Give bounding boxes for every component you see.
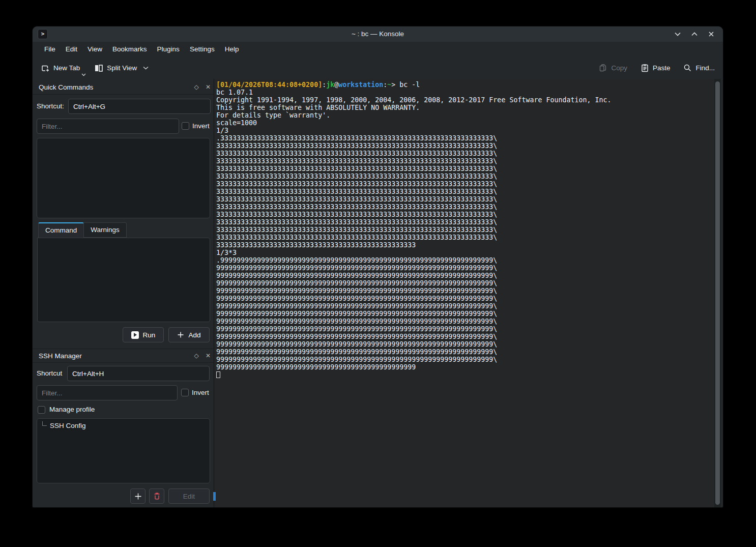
terminal-output: [01/04/2026T08:44:08+0200]:jk@workstatio… [216, 81, 612, 379]
run-label: Run [143, 331, 156, 339]
ssh-invert-label: Invert [192, 385, 209, 400]
close-panel-icon[interactable]: ✕ [204, 80, 212, 94]
terminal-line: 3333333333333333333333333333333333333333… [216, 188, 612, 195]
menu-file[interactable]: File [39, 42, 61, 57]
tree-item-ssh-config[interactable]: SSH Config [42, 422, 86, 429]
terminal-line: 9999999999999999999999999999999999999999… [216, 279, 612, 287]
qc-tabbar: Command Warnings [38, 222, 127, 238]
ssh-filter-input[interactable] [37, 385, 178, 400]
terminal-line: 9999999999999999999999999999999999999999… [216, 363, 612, 371]
quick-commands-header: Quick Commands ◇ ✕ [33, 80, 214, 95]
terminal-line: 3333333333333333333333333333333333333333… [216, 195, 612, 203]
qc-command-list[interactable] [37, 138, 210, 218]
tab-warnings[interactable]: Warnings [84, 222, 127, 238]
terminal-line: 9999999999999999999999999999999999999999… [216, 287, 612, 295]
menu-view[interactable]: View [82, 42, 107, 57]
window-title: ~ : bc — Konsole [33, 26, 723, 42]
terminal-line: 9999999999999999999999999999999999999999… [216, 272, 612, 279]
terminal-line: [01/04/2026T08:44:08+0200]:jk@workstatio… [216, 81, 612, 89]
manage-profile-checkbox[interactable] [38, 406, 45, 414]
close-panel-icon[interactable]: ✕ [204, 349, 212, 363]
terminal-line: 9999999999999999999999999999999999999999… [216, 340, 612, 348]
paste-label: Paste [653, 64, 671, 72]
window-controls [672, 28, 717, 40]
terminal-line: 3333333333333333333333333333333333333333… [216, 218, 612, 226]
terminal-line: 9999999999999999999999999999999999999999… [216, 264, 612, 272]
tree-branch-icon [42, 421, 47, 426]
terminal-line: 3333333333333333333333333333333333333333… [216, 150, 612, 157]
float-panel-icon[interactable]: ◇ [192, 349, 200, 363]
run-button[interactable]: Run [123, 327, 164, 342]
float-panel-icon[interactable]: ◇ [192, 80, 200, 94]
new-tab-dropdown-icon[interactable] [81, 73, 86, 76]
copy-button[interactable]: Copy [599, 64, 627, 72]
qc-command-editor[interactable] [37, 238, 210, 322]
terminal-line: 3333333333333333333333333333333333333333… [216, 165, 612, 172]
copy-icon [599, 64, 607, 72]
terminal-line: This is free software with ABSOLUTELY NO… [216, 104, 612, 111]
ssh-delete-button[interactable] [149, 488, 164, 504]
terminal-line: 9999999999999999999999999999999999999999… [216, 356, 612, 363]
menu-plugins[interactable]: Plugins [152, 42, 185, 57]
terminal-line: For details type `warranty'. [216, 111, 612, 119]
split-view-label: Split View [107, 64, 137, 72]
paste-button[interactable]: Paste [641, 64, 671, 72]
plus-icon [134, 493, 142, 500]
menu-help[interactable]: Help [220, 42, 244, 57]
ssh-add-button[interactable] [130, 488, 146, 504]
terminal-line: 3333333333333333333333333333333333333333… [216, 172, 612, 180]
terminal-line: 3333333333333333333333333333333333333333… [216, 157, 612, 165]
run-icon [131, 331, 139, 339]
close-button[interactable] [706, 28, 717, 40]
terminal-line: 3333333333333333333333333333333333333333… [216, 241, 612, 249]
menu-settings[interactable]: Settings [185, 42, 220, 57]
copy-label: Copy [611, 64, 627, 72]
new-tab-label: New Tab [53, 64, 80, 72]
minimize-button[interactable] [672, 28, 683, 40]
main-area: Quick Commands ◇ ✕ Shortcut: Invert Comm… [33, 79, 723, 507]
ssh-edit-button[interactable]: Edit [168, 488, 210, 504]
find-button[interactable]: Find... [683, 64, 715, 72]
terminal-line: 9999999999999999999999999999999999999999… [216, 310, 612, 318]
split-view-button[interactable]: Split View [94, 64, 149, 73]
qc-invert-checkbox[interactable] [182, 122, 189, 130]
qc-shortcut-input[interactable] [68, 99, 211, 114]
ssh-shortcut-input[interactable] [67, 366, 210, 381]
menu-edit[interactable]: Edit [61, 42, 82, 57]
terminal-line: 3333333333333333333333333333333333333333… [216, 142, 612, 150]
plus-icon [177, 331, 184, 338]
terminal-line: 3333333333333333333333333333333333333333… [216, 226, 612, 234]
new-tab-button[interactable]: New Tab [41, 64, 80, 73]
terminal-line: Copyright 1991-1994, 1997, 1998, 2000, 2… [216, 96, 612, 104]
add-command-button[interactable]: Add [168, 327, 210, 342]
quick-commands-title: Quick Commands [39, 80, 93, 94]
tab-command[interactable]: Command [38, 222, 84, 238]
chevron-down-icon [674, 32, 681, 37]
menu-bookmarks[interactable]: Bookmarks [107, 42, 152, 57]
close-icon [708, 31, 714, 37]
maximize-button[interactable] [689, 28, 700, 40]
titlebar: > ~ : bc — Konsole [33, 26, 723, 42]
ssh-invert-checkbox[interactable] [181, 389, 189, 396]
qc-filter-input[interactable] [37, 119, 179, 134]
toolbar: New Tab Split View [33, 57, 723, 79]
scrollbar-thumb[interactable] [715, 81, 720, 505]
ssh-shortcut-label: Shortcut [37, 366, 62, 381]
terminal-line: bc 1.07.1 [216, 89, 612, 96]
terminal-scrollbar [714, 79, 721, 507]
split-view-icon [94, 64, 103, 73]
konsole-window: > ~ : bc — Konsole File Edit View [33, 26, 723, 507]
terminal-cursor [216, 371, 220, 378]
terminal-view[interactable]: [01/04/2026T08:44:08+0200]:jk@workstatio… [214, 79, 721, 507]
terminal-line: 3333333333333333333333333333333333333333… [216, 203, 612, 211]
find-label: Find... [695, 64, 715, 72]
split-view-dropdown-icon[interactable] [143, 66, 149, 70]
paste-icon [641, 64, 649, 72]
terminal-line: 9999999999999999999999999999999999999999… [216, 295, 612, 302]
terminal-line: 9999999999999999999999999999999999999999… [216, 348, 612, 356]
terminal-line: 9999999999999999999999999999999999999999… [216, 333, 612, 340]
edit-label: Edit [183, 493, 195, 500]
terminal-line [216, 371, 612, 379]
new-tab-icon [41, 64, 50, 73]
manage-profile-label: Manage profile [49, 402, 95, 417]
